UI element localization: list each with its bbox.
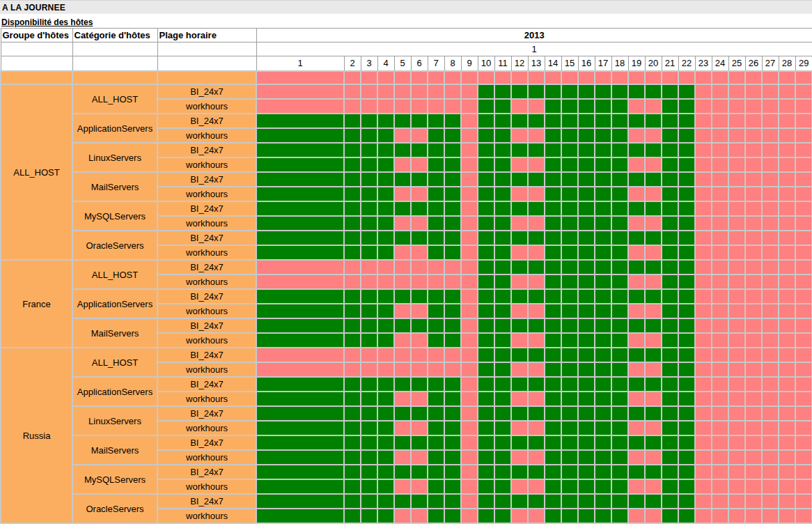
day-cell-up (478, 333, 494, 348)
day-cell-up (511, 260, 528, 274)
day-cell-up (428, 201, 444, 216)
day-cell-up (428, 479, 444, 494)
availability-row: OracleServersBI_24x7 (1, 231, 812, 245)
day-cell-up (511, 172, 528, 187)
day-cell-up (595, 216, 611, 231)
day-cell-down (795, 392, 812, 406)
day-cell-down (728, 216, 745, 231)
day-cell-up (611, 201, 628, 216)
day-cell-up (411, 143, 428, 157)
day-cell-up (595, 377, 611, 392)
day-cell-up (377, 114, 394, 128)
day-cell-down (695, 348, 712, 362)
day-cell-up (561, 128, 578, 143)
day-cell-down (428, 71, 444, 84)
day-cell-down (695, 421, 712, 435)
day-cell-up (511, 435, 528, 450)
day-cell-down (461, 187, 478, 201)
day-cell-up (662, 333, 678, 348)
day-cell-down (695, 71, 712, 84)
day-cell-up (678, 509, 695, 523)
day-cell-down (394, 187, 411, 201)
day-cell-down (428, 260, 444, 274)
day-cell-down (645, 128, 662, 143)
day-cell-up (578, 260, 595, 274)
category-cell: ApplicationServers (72, 289, 157, 318)
day-cell-up (678, 421, 695, 435)
day-cell-up (611, 509, 628, 523)
day-cell-up (595, 450, 611, 465)
day-cell-up (561, 289, 578, 304)
day-cell-down (411, 157, 428, 172)
day-cell-down (256, 348, 344, 362)
day-cell-down (779, 494, 795, 509)
day-cell-down (528, 392, 545, 406)
day-cell-up (545, 450, 561, 465)
day-cell-down (361, 260, 377, 274)
day-cell-up (611, 231, 628, 245)
day-cell-down (628, 274, 645, 289)
day-cell-up (611, 99, 628, 114)
day-cell-down (461, 260, 478, 274)
day-header-15: 15 (561, 56, 578, 72)
day-cell-up (678, 304, 695, 318)
day-cell-up (545, 128, 561, 143)
day-cell-down (712, 406, 728, 421)
day-cell-up (361, 421, 377, 435)
day-cell-up (528, 377, 545, 392)
report-title-link[interactable]: Disponibilité des hôtes (1, 17, 93, 27)
day-cell-up (662, 406, 678, 421)
day-cell-up (444, 304, 461, 318)
day-cell-down (678, 71, 695, 84)
day-cell-up (256, 245, 344, 260)
day-cell-down (511, 274, 528, 289)
day-cell-up (444, 157, 461, 172)
day-cell-up (478, 289, 494, 304)
day-cell-up (561, 114, 578, 128)
day-cell-up (662, 172, 678, 187)
day-cell-up (511, 201, 528, 216)
timerange-cell: BI_24x7 (157, 318, 256, 333)
day-cell-down (728, 304, 745, 318)
day-cell-up (377, 245, 394, 260)
day-cell-up (344, 435, 361, 450)
day-cell-up (578, 143, 595, 157)
day-cell-up (256, 479, 344, 494)
day-cell-up (428, 450, 444, 465)
day-cell-down (728, 509, 745, 523)
day-cell-up (511, 84, 528, 99)
day-cell-up (494, 406, 511, 421)
day-header-26: 26 (745, 56, 762, 72)
day-cell-up (444, 421, 461, 435)
day-cell-up (662, 509, 678, 523)
day-cell-down (695, 216, 712, 231)
day-cell-down (645, 304, 662, 318)
day-cell-down (779, 245, 795, 260)
day-cell-up (611, 260, 628, 274)
day-cell-down (256, 362, 344, 377)
day-cell-up (611, 435, 628, 450)
day-cell-down (728, 333, 745, 348)
day-cell-down (745, 392, 762, 406)
day-cell-up (411, 318, 428, 333)
day-cell-down (695, 245, 712, 260)
day-cell-up (595, 274, 611, 289)
header-row-month: 1 (1, 42, 812, 56)
day-cell-down (745, 157, 762, 172)
day-cell-down (528, 99, 545, 114)
day-cell-up (678, 172, 695, 187)
day-cell-down (762, 509, 779, 523)
day-header-11: 11 (494, 56, 511, 72)
day-cell-down (377, 84, 394, 99)
day-cell-down (528, 333, 545, 348)
day-cell-down (411, 421, 428, 435)
day-cell-up (595, 84, 611, 99)
day-cell-up (344, 377, 361, 392)
day-cell-down (779, 348, 795, 362)
day-cell-down (377, 260, 394, 274)
timerange-cell: BI_24x7 (157, 406, 256, 421)
day-cell-down (712, 377, 728, 392)
day-cell-down (795, 494, 812, 509)
day-cell-down (795, 333, 812, 348)
day-cell-up (478, 157, 494, 172)
